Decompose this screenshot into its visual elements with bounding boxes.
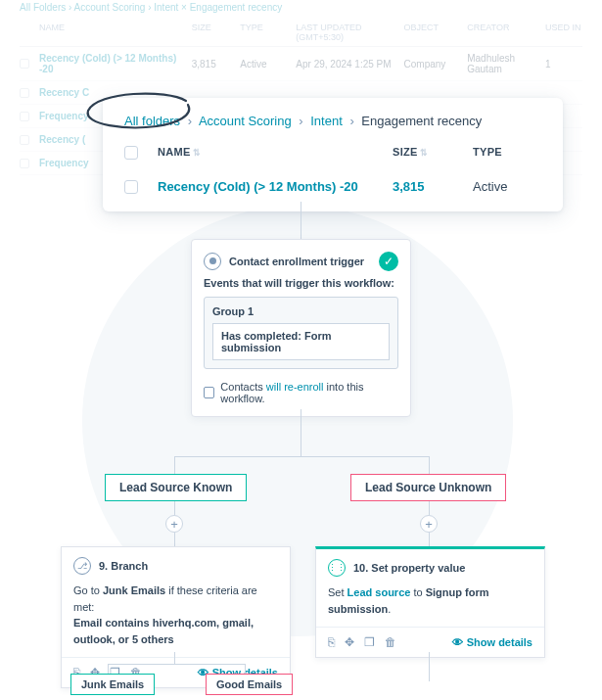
select-all-checkbox[interactable] xyxy=(124,146,138,160)
action-title: 10. Set property value xyxy=(353,562,465,574)
branch-icon: ⎇ xyxy=(73,557,91,575)
breadcrumb-separator-icon: › xyxy=(184,114,196,128)
crumb-intent[interactable]: Intent xyxy=(310,114,343,128)
connector-line xyxy=(174,456,175,474)
trigger-subtitle: Events that will trigger this workflow: xyxy=(204,277,398,289)
action-description: Go to Junk Emails if these criteria are … xyxy=(73,583,278,647)
connector-line xyxy=(174,456,429,457)
trigger-group: Group 1 Has completed: Form submission xyxy=(204,297,398,369)
enrollment-trigger-card[interactable]: Contact enrollment trigger ✓ Events that… xyxy=(191,239,411,417)
bg-col-name: NAME xyxy=(39,23,188,42)
col-type[interactable]: TYPE xyxy=(473,146,541,160)
delete-icon[interactable]: 🗑 xyxy=(385,635,396,649)
add-step-button[interactable]: + xyxy=(420,515,438,533)
reenroll-note: Contacts will re-enroll into this workfl… xyxy=(204,381,398,404)
connector-line xyxy=(429,501,430,515)
connector-line xyxy=(108,664,109,674)
bg-col-used: USED IN xyxy=(545,23,582,42)
breadcrumb-separator-icon: › xyxy=(295,114,306,128)
trigger-title: Contact enrollment trigger xyxy=(229,256,364,267)
add-step-button[interactable]: + xyxy=(165,515,183,533)
table-row[interactable]: Recency (Cold) (> 12 Months) -20 3,815 A… xyxy=(124,165,541,196)
connector-line xyxy=(174,533,175,546)
col-name[interactable]: NAME⇅ xyxy=(158,146,381,160)
branch-good-label[interactable]: Good Emails xyxy=(206,674,293,695)
branch-unknown-label[interactable]: Lead Source Unknown xyxy=(350,474,506,501)
bg-col-size: SIZE xyxy=(192,23,237,42)
reenroll-link[interactable]: will re-enroll xyxy=(266,381,324,393)
clone-icon[interactable]: ⎘ xyxy=(328,635,335,649)
col-size[interactable]: SIZE⇅ xyxy=(393,146,461,160)
connector-line xyxy=(245,664,246,674)
row-name[interactable]: Recency (Cold) (> 12 Months) -20 xyxy=(158,179,381,194)
connector-line xyxy=(429,533,430,546)
group-label: Group 1 xyxy=(212,305,390,317)
property-icon: ⋮⋮ xyxy=(328,559,346,577)
action-title: 9. Branch xyxy=(99,560,148,572)
action-description: Set Lead source to Signup form submissio… xyxy=(328,584,533,617)
connector-line xyxy=(108,664,245,665)
crumb-account-scoring[interactable]: Account Scoring xyxy=(199,114,292,128)
sort-icon: ⇅ xyxy=(420,148,428,158)
branch-junk-label[interactable]: Junk Emails xyxy=(70,674,155,695)
move-icon[interactable]: ✥ xyxy=(345,635,354,649)
breadcrumb-separator-icon: › xyxy=(346,114,357,128)
row-size: 3,815 xyxy=(393,179,461,194)
set-property-action-card[interactable]: ⋮⋮ 10. Set property value Set Lead sourc… xyxy=(315,546,545,658)
copy-icon[interactable]: ❐ xyxy=(364,635,375,649)
connector-line xyxy=(429,456,430,474)
bg-breadcrumb: All Folders › Account Scoring › Intent ×… xyxy=(20,2,582,13)
bg-col-object: OBJECT xyxy=(404,23,464,42)
breadcrumb: All folders › Account Scoring › Intent ›… xyxy=(124,114,541,128)
row-type: Active xyxy=(473,179,541,194)
branch-known-label[interactable]: Lead Source Known xyxy=(105,474,247,501)
bg-col-updated: LAST UPDATED (GMT+5:30) xyxy=(296,23,399,42)
bg-col-creator: CREATOR xyxy=(467,23,541,42)
connector-line xyxy=(174,652,175,664)
list-card: All folders › Account Scoring › Intent ›… xyxy=(103,98,563,211)
bg-row: Recency (Cold) (> 12 Months) -203,815Act… xyxy=(20,47,582,81)
branch-action-card[interactable]: ⎇ 9. Branch Go to Junk Emails if these c… xyxy=(61,546,291,688)
connector-line xyxy=(174,501,175,515)
connector-line xyxy=(429,652,430,681)
connector-line xyxy=(301,409,301,456)
show-details-link[interactable]: Show details xyxy=(452,636,533,648)
crumb-engagement-recency: Engagement recency xyxy=(361,114,482,128)
crumb-all-folders[interactable]: All folders xyxy=(124,114,180,128)
check-icon: ✓ xyxy=(379,252,398,271)
connector-line xyxy=(301,202,301,239)
contact-icon xyxy=(204,253,221,270)
sort-icon: ⇅ xyxy=(193,148,201,158)
trigger-rule[interactable]: Has completed: Form submission xyxy=(212,323,390,360)
bg-col-type: TYPE xyxy=(240,23,292,42)
reload-icon xyxy=(204,387,214,398)
row-checkbox[interactable] xyxy=(124,180,138,194)
